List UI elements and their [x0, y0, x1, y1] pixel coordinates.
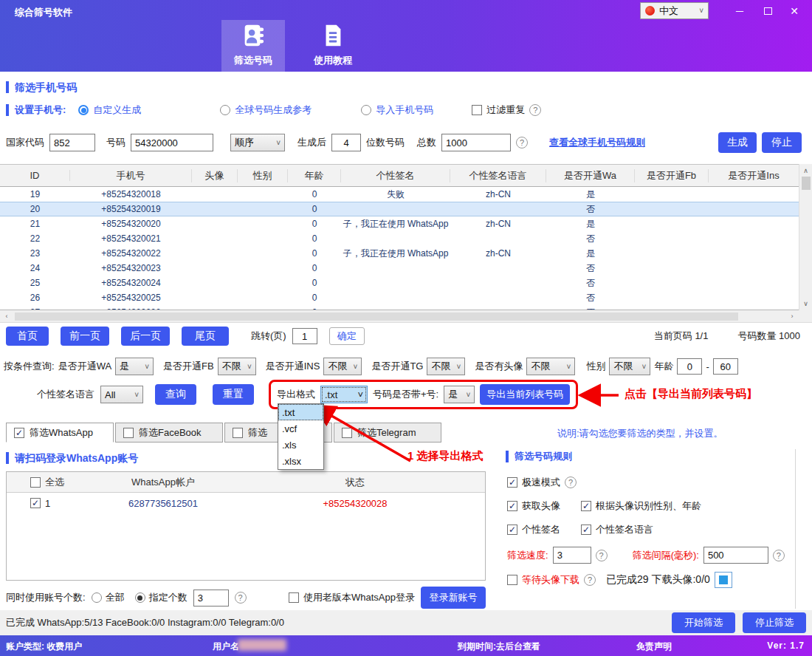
dropdown-option-vcf[interactable]: .vcf: [278, 420, 323, 437]
tab-filter-telegram[interactable]: 筛选Telegram: [334, 423, 441, 443]
export-current-list-button[interactable]: 导出当前列表号码: [480, 384, 570, 405]
checkbox-icon[interactable]: [123, 428, 134, 438]
sig-lang-select[interactable]: All˅: [100, 386, 143, 403]
scroll-down-icon[interactable]: ∨: [803, 300, 808, 307]
wa-account-row[interactable]: ✓1 6287735612501 +85254320028: [7, 493, 485, 513]
generate-button[interactable]: 生成: [718, 132, 757, 153]
start-filter-button[interactable]: 开始筛选: [672, 612, 735, 633]
checkbox-signature-lang[interactable]: ✓ 个性签名语言: [581, 523, 653, 536]
dropdown-option-xls[interactable]: .xls: [278, 437, 323, 453]
checkbox-fast-mode[interactable]: ✓ 极速模式 ?: [507, 476, 577, 489]
stop-filter-button[interactable]: 停止筛选: [743, 612, 806, 633]
table-row[interactable]: 26+852543200250否: [0, 290, 799, 305]
stop-button[interactable]: 停止: [762, 132, 802, 153]
checkbox-checked-icon[interactable]: ✓: [14, 428, 24, 438]
help-icon[interactable]: ?: [584, 574, 596, 586]
table-row[interactable]: 22+852543200210否: [0, 231, 799, 246]
query-button[interactable]: 查询: [155, 384, 196, 405]
radio-global-reference[interactable]: 全球号码生成参考: [220, 103, 312, 117]
checkbox-checked-icon[interactable]: ✓: [30, 498, 41, 508]
table-row[interactable]: 23+852543200220子，我正在使用 WhatsAppzh-CN是: [0, 246, 799, 261]
next-page-button[interactable]: 后一页: [121, 327, 170, 346]
filter-type-note: 说明:请勾选您要筛选的类型，并设置。: [557, 427, 723, 440]
order-select[interactable]: 顺序˅: [230, 134, 285, 151]
tab-tutorial[interactable]: 使用教程: [301, 20, 365, 72]
dropdown-option-txt[interactable]: .txt: [278, 404, 323, 420]
tab-filter-whatsapp[interactable]: ✓ 筛选WhatsApp: [6, 423, 114, 443]
specify-count-input[interactable]: [193, 590, 229, 607]
language-selector[interactable]: 中文 ˅: [640, 2, 709, 19]
table-row[interactable]: 25+852543200240否: [0, 276, 799, 290]
checkbox-wait-avatar-download[interactable]: 等待头像下载: [507, 573, 579, 587]
digits-input[interactable]: [331, 134, 361, 151]
country-code-input[interactable]: [49, 134, 95, 151]
number-input[interactable]: [131, 134, 213, 151]
confirm-button[interactable]: 确定: [329, 327, 365, 345]
scroll-thumb[interactable]: [802, 177, 811, 190]
fb-open-select[interactable]: 不限˅: [218, 358, 256, 375]
has-avatar-select[interactable]: 不限˅: [526, 358, 575, 375]
china-flag-icon: [645, 6, 655, 16]
last-page-button[interactable]: 尾页: [182, 327, 229, 346]
maximize-button[interactable]: [756, 3, 780, 19]
tg-open-select[interactable]: 不限˅: [427, 358, 465, 375]
annotation-click-export: 点击【导出当前列表号码】: [625, 387, 757, 401]
gender-select[interactable]: 不限˅: [609, 358, 650, 375]
login-new-account-button[interactable]: 登录新账号: [421, 587, 486, 609]
help-icon[interactable]: ?: [773, 550, 785, 561]
disclaimer-link[interactable]: 免责声明: [636, 640, 672, 653]
vertical-scrollbar[interactable]: ∧ ∨: [799, 164, 812, 310]
dropdown-option-xlsx[interactable]: .xlsx: [278, 453, 323, 469]
checkbox-get-avatar[interactable]: ✓ 获取头像: [507, 499, 560, 513]
help-icon[interactable]: ?: [565, 476, 577, 488]
radio-import-numbers[interactable]: 导入手机号码: [361, 103, 433, 117]
table-row[interactable]: 21+852543200200子，我正在使用 WhatsAppzh-CN是: [0, 216, 799, 231]
prev-page-button[interactable]: 前一页: [61, 327, 109, 346]
table-row-selected[interactable]: 20+852543200190否: [0, 202, 799, 216]
help-icon[interactable]: ?: [516, 137, 528, 148]
jump-page-input[interactable]: [292, 328, 317, 344]
expire-time-link[interactable]: 到期时间:去后台查看: [458, 640, 540, 653]
plus-sign-select[interactable]: 是˅: [444, 386, 475, 403]
radio-custom-generate[interactable]: 自定义生成: [78, 103, 141, 117]
checkbox-icon[interactable]: [233, 428, 243, 438]
radio-specify-count[interactable]: 指定个数: [135, 591, 187, 604]
reset-button[interactable]: 重置: [213, 384, 254, 405]
wa-open-select[interactable]: 是˅: [115, 358, 154, 375]
speed-input[interactable]: [553, 547, 591, 564]
stop-download-button[interactable]: [715, 572, 732, 588]
checkbox-old-version-login[interactable]: 使用老版本WhatsApp登录: [289, 591, 415, 604]
tab-filter-numbers[interactable]: 筛选号码: [221, 20, 285, 72]
scroll-right-icon[interactable]: ›: [785, 312, 799, 320]
first-page-button[interactable]: 首页: [6, 327, 49, 346]
checkbox-signature[interactable]: ✓ 个性签名: [507, 523, 560, 536]
address-book-icon: [241, 23, 266, 50]
radio-all-accounts[interactable]: 全部: [92, 591, 125, 604]
horizontal-scrollbar[interactable]: ‹ ›: [0, 310, 812, 323]
scroll-thumb[interactable]: [15, 312, 738, 321]
scroll-left-icon[interactable]: ‹: [0, 312, 13, 320]
close-button[interactable]: ✕: [782, 3, 806, 19]
language-label: 中文: [659, 4, 678, 18]
help-icon[interactable]: ?: [596, 550, 608, 561]
help-icon[interactable]: ?: [235, 592, 247, 604]
table-row[interactable]: 24+852543200230否: [0, 261, 799, 276]
age-max-input[interactable]: [713, 358, 738, 375]
col-header-gender: 性别: [238, 169, 288, 182]
global-rules-link[interactable]: 查看全球手机号码规则: [549, 136, 645, 149]
table-row[interactable]: 27+852543200260否: [0, 305, 799, 310]
checkbox-recognize-gender-age[interactable]: ✓ 根据头像识别性别、年龄: [581, 499, 701, 513]
interval-input[interactable]: [703, 547, 768, 564]
ins-open-select[interactable]: 不限˅: [323, 358, 362, 375]
checkbox-icon[interactable]: [342, 428, 352, 438]
total-input[interactable]: [441, 134, 511, 151]
age-min-input[interactable]: [677, 358, 702, 375]
table-row[interactable]: 19+852543200180失败zh-CN是: [0, 187, 799, 202]
select-all-checkbox[interactable]: [30, 477, 41, 488]
export-format-select[interactable]: .txt˅: [320, 386, 368, 403]
minimize-button[interactable]: ─: [728, 3, 751, 19]
checkbox-filter-duplicates[interactable]: 过滤重复 ?: [472, 103, 541, 117]
tab-filter-facebook[interactable]: 筛选FaceBook: [115, 423, 223, 443]
scroll-up-icon[interactable]: ∧: [803, 167, 808, 174]
help-icon[interactable]: ?: [529, 104, 541, 116]
